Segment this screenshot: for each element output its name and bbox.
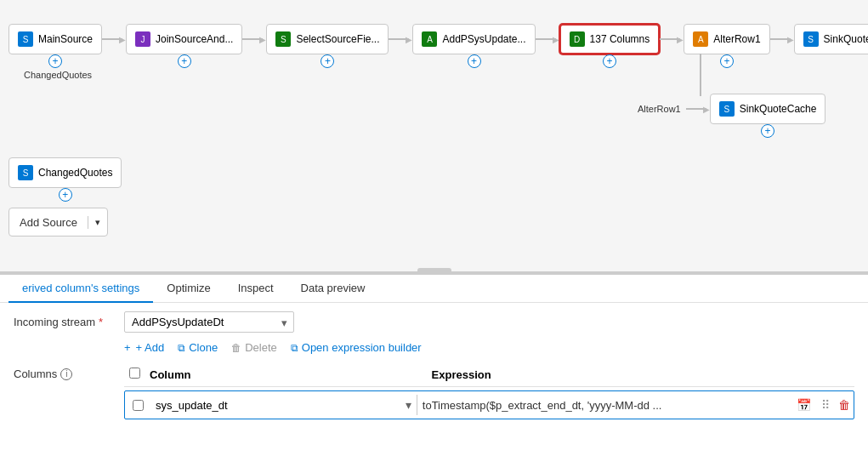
clone-button[interactable]: ⧉ Clone xyxy=(178,341,218,354)
tab-derived-settings[interactable]: erived column's settings xyxy=(9,275,153,303)
header-expression: Expression xyxy=(432,368,854,381)
settings-panel: erived column's settings Optimize Inspec… xyxy=(0,272,868,473)
row-checkbox-cell xyxy=(125,400,150,411)
sink-quotes-label: SinkQuotes xyxy=(824,33,868,45)
node-select-source[interactable]: S SelectSourceFie... xyxy=(266,24,389,54)
node-join-source[interactable]: J JoinSourceAnd... xyxy=(126,24,242,54)
select-source-plus-below[interactable]: + xyxy=(321,54,334,68)
columns-label: Columns i xyxy=(14,362,124,380)
table-row: ▾ 📅 ⠿ 🗑 xyxy=(124,390,854,419)
connector-6: ▶ xyxy=(770,35,794,44)
main-source-icon: S xyxy=(18,31,33,47)
pipeline-row-1: S MainSource + ▶ J JoinSourceAnd... + ▶ … xyxy=(9,24,868,54)
add-source-chevron-icon: ▾ xyxy=(88,217,107,228)
sink-quote-cache-icon: S xyxy=(719,101,735,117)
pipeline-row-3: S ChangedQuotes + xyxy=(9,157,122,188)
connector-row2: ▶ xyxy=(686,105,710,114)
main-source-label: MainSource xyxy=(38,33,93,45)
alter-row1-label: AlterRow1 xyxy=(713,33,760,45)
connector-5: ▶ xyxy=(660,35,684,44)
select-source-icon: S xyxy=(275,31,291,47)
connector-1: ▶ xyxy=(102,35,126,44)
header-check xyxy=(124,368,150,381)
alter-row1-icon: A xyxy=(693,31,708,47)
settings-content: Incoming stream * AddPSysUpdateDt + + Ad… xyxy=(0,303,868,428)
delete-button[interactable]: 🗑 Delete xyxy=(231,341,277,354)
137-columns-icon: D xyxy=(570,31,585,47)
expression-calendar-icon[interactable]: 📅 xyxy=(797,398,811,412)
add-ps-sys-icon: A xyxy=(422,31,437,47)
branch-vertical-line xyxy=(700,54,701,96)
tab-inspect[interactable]: Inspect xyxy=(224,275,287,303)
node-alter-row1[interactable]: A AlterRow1 xyxy=(684,24,769,54)
header-column: Column xyxy=(150,368,432,381)
join-source-label: JoinSourceAnd... xyxy=(156,33,233,45)
select-all-checkbox[interactable] xyxy=(129,368,140,379)
alter-row1-row2-label: AlterRow1 xyxy=(638,104,681,114)
expression-icons: 📅 xyxy=(797,398,816,412)
node-add-ps-sys[interactable]: A AddPSysUpdate... xyxy=(412,24,535,54)
select-source-label: SelectSourceFie... xyxy=(296,33,379,45)
column-dropdown-icon[interactable]: ▾ xyxy=(400,398,417,412)
changed-quotes-label: ChangedQuotes xyxy=(38,167,112,179)
row-checkbox[interactable] xyxy=(133,400,144,411)
incoming-stream-select-wrapper: AddPSysUpdateDt xyxy=(124,311,294,333)
sink-quote-cache-label: SinkQuoteCache xyxy=(740,103,817,115)
changed-quotes-icon: S xyxy=(18,165,33,180)
pipeline-canvas: S MainSource + ▶ J JoinSourceAnd... + ▶ … xyxy=(0,0,868,272)
137-columns-label: 137 Columns xyxy=(590,33,650,45)
137-columns-plus-below[interactable]: + xyxy=(603,54,616,68)
tab-optimize[interactable]: Optimize xyxy=(153,275,224,303)
row-drag-handle[interactable]: ⠿ xyxy=(816,398,835,412)
add-source-area: Add Source ▾ xyxy=(9,208,108,236)
columns-section: Columns i Column Expression xyxy=(14,362,854,419)
add-source-button[interactable]: Add Source ▾ xyxy=(9,208,108,236)
changed-quotes-plus-below[interactable]: + xyxy=(59,188,72,202)
add-ps-sys-plus-below[interactable]: + xyxy=(468,54,481,68)
incoming-stream-row: Incoming stream * AddPSysUpdateDt xyxy=(14,311,854,333)
required-star: * xyxy=(99,316,103,328)
add-source-text: Add Source xyxy=(9,216,88,229)
clone-icon: ⧉ xyxy=(178,342,185,354)
columns-info-icon: i xyxy=(60,368,72,380)
row-delete-icon[interactable]: 🗑 xyxy=(835,398,854,412)
sink-quote-cache-plus-below[interactable]: + xyxy=(761,124,774,138)
connector-4: ▶ xyxy=(536,35,559,44)
changed-quotes-connector-label: ChangedQuotes xyxy=(24,70,92,80)
row-expression-cell: 📅 xyxy=(417,397,816,413)
node-main-source[interactable]: S MainSource xyxy=(9,24,102,54)
column-name-input[interactable] xyxy=(150,397,400,413)
add-icon: + xyxy=(124,341,131,354)
node-sink-quote-cache[interactable]: S SinkQuoteCache xyxy=(710,94,826,124)
incoming-stream-control: AddPSysUpdateDt xyxy=(124,311,294,333)
incoming-stream-select[interactable]: AddPSysUpdateDt xyxy=(124,311,294,333)
toolbar-row: + + Add ⧉ Clone 🗑 Delete ⧉ Open expressi… xyxy=(14,341,854,354)
node-changed-quotes[interactable]: S ChangedQuotes xyxy=(9,157,122,188)
pipeline-row-2: AlterRow1 ▶ S SinkQuoteCache + xyxy=(638,94,825,124)
incoming-stream-label: Incoming stream * xyxy=(14,316,124,328)
tab-data-preview[interactable]: Data preview xyxy=(287,275,379,303)
sink-quotes-icon: S xyxy=(803,31,819,47)
expression-input[interactable] xyxy=(417,397,797,413)
row-column-cell: ▾ xyxy=(150,397,417,413)
delete-icon: 🗑 xyxy=(231,342,241,354)
main-source-plus-below[interactable]: + xyxy=(48,54,62,68)
settings-tabs: erived column's settings Optimize Inspec… xyxy=(0,275,868,303)
table-header-row: Column Expression xyxy=(124,362,854,387)
connector-2: ▶ xyxy=(242,35,266,44)
join-source-plus-below[interactable]: + xyxy=(178,54,191,68)
connector-3: ▶ xyxy=(389,35,412,44)
node-137-columns[interactable]: D 137 Columns xyxy=(559,24,661,54)
expression-builder-icon: ⧉ xyxy=(291,342,298,354)
join-source-icon: J xyxy=(135,31,150,47)
add-button[interactable]: + + Add xyxy=(124,341,164,354)
columns-table: Column Expression ▾ xyxy=(124,362,854,419)
expression-builder-button[interactable]: ⧉ Open expression builder xyxy=(291,341,422,354)
node-sink-quotes[interactable]: S SinkQuotes xyxy=(794,24,868,54)
add-ps-sys-label: AddPSysUpdate... xyxy=(442,33,525,45)
alter-row1-plus-below[interactable]: + xyxy=(720,54,734,68)
